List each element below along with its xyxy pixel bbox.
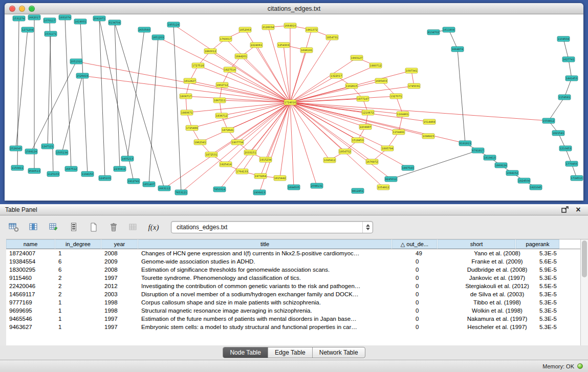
- graph-edge[interactable]: [280, 102, 290, 178]
- graph-node[interactable]: 1687512: [65, 166, 77, 171]
- network-view[interactable]: 1724016185206317600171860012172751818124…: [5, 14, 583, 201]
- graph-node[interactable]: 1531274: [13, 16, 25, 21]
- graph-node[interactable]: 1245103: [99, 176, 111, 181]
- graph-node[interactable]: 1980712: [369, 63, 382, 68]
- graph-node[interactable]: 7653121: [175, 190, 187, 195]
- graph-node[interactable]: 1819413: [484, 155, 496, 160]
- graph-node[interactable]: 1095912: [323, 158, 336, 163]
- graph-edge[interactable]: [268, 27, 290, 102]
- graph-edge[interactable]: [173, 25, 290, 102]
- table-row[interactable]: 1872400712008Changes of HCN gene express…: [6, 249, 580, 257]
- graph-node[interactable]: 1836712: [215, 113, 228, 118]
- graph-node[interactable]: 1851203: [152, 35, 164, 40]
- select-columns-button[interactable]: [27, 221, 40, 234]
- graph-node[interactable]: 1531171: [45, 31, 57, 36]
- graph-edge[interactable]: [99, 18, 105, 178]
- graph-node[interactable]: 1150411: [11, 165, 24, 170]
- graph-node[interactable]: 1611804: [443, 27, 455, 32]
- column-header-name[interactable]: name: [6, 239, 55, 249]
- graph-edge[interactable]: [256, 45, 290, 102]
- graph-node[interactable]: 1441453: [565, 76, 578, 81]
- graph-edge[interactable]: [241, 56, 290, 102]
- graph-node[interactable]: 1125103: [47, 171, 59, 177]
- graph-node[interactable]: 1869124: [495, 163, 507, 168]
- tab-node-table[interactable]: Node Table: [223, 347, 268, 358]
- graph-node[interactable]: 9590513: [28, 168, 40, 173]
- graph-node[interactable]: 1526419: [76, 73, 89, 78]
- graph-node[interactable]: 1247121: [41, 144, 54, 149]
- network-canvas[interactable]: 1724016185206317600171860012172751818124…: [5, 14, 583, 201]
- graph-node[interactable]: 1854731: [326, 35, 338, 40]
- edit-table-button[interactable]: [47, 221, 60, 234]
- graph-node[interactable]: 1724510: [571, 176, 583, 181]
- graph-edge[interactable]: [62, 76, 82, 152]
- graph-node[interactable]: 1927514: [224, 67, 236, 72]
- network-selector[interactable]: citations_edges.txt: [171, 221, 373, 233]
- graph-node[interactable]: 1419001: [74, 19, 86, 24]
- graph-edge[interactable]: [290, 96, 396, 102]
- graph-node[interactable]: 1685403: [375, 78, 387, 83]
- graph-edge[interactable]: [290, 30, 312, 102]
- graph-node[interactable]: 1559812: [542, 118, 555, 123]
- graph-node[interactable]: 9245012: [385, 177, 397, 182]
- graph-node[interactable]: 1094152: [506, 170, 518, 176]
- column-header-year[interactable]: year: [101, 239, 138, 249]
- table-row[interactable]: 946362711997Embryonic stem cells: a mode…: [6, 323, 580, 331]
- graph-node[interactable]: 1327071: [390, 94, 402, 99]
- graph-node[interactable]: 1210453: [559, 146, 572, 151]
- graph-edge[interactable]: [290, 102, 372, 162]
- graph-node[interactable]: 1663112: [158, 186, 170, 191]
- graph-node[interactable]: 1852063: [239, 27, 251, 32]
- graph-node[interactable]: 2041971: [93, 16, 105, 21]
- graph-edge[interactable]: [458, 49, 465, 143]
- graph-edge[interactable]: [50, 20, 53, 174]
- graph-node[interactable]: 1764133: [236, 169, 248, 174]
- graph-node[interactable]: 1912741: [127, 179, 140, 184]
- graph-node[interactable]: 1162615: [345, 83, 358, 89]
- graph-node[interactable]: 1961372: [306, 27, 318, 32]
- graph-node[interactable]: 2033151: [244, 150, 256, 155]
- graph-node[interactable]: 1806717: [180, 94, 192, 99]
- graph-node[interactable]: 1664874: [451, 47, 464, 52]
- table-row[interactable]: 969969511998Structural magnetic resonanc…: [6, 307, 580, 315]
- graph-node[interactable]: 1872531: [205, 152, 217, 157]
- graph-node[interactable]: 1977147: [357, 96, 369, 101]
- graph-node[interactable]: 1676972: [366, 159, 378, 164]
- graph-node[interactable]: 1070117: [43, 18, 56, 23]
- graph-edge[interactable]: [198, 65, 290, 102]
- function-builder-button[interactable]: f(x): [147, 221, 160, 234]
- graph-node[interactable]: 1907734: [231, 140, 244, 145]
- graph-node[interactable]: 1164461: [397, 112, 409, 117]
- graph-node[interactable]: 2230412: [114, 166, 126, 171]
- new-document-button[interactable]: [87, 221, 100, 234]
- zoom-button[interactable]: [29, 6, 35, 12]
- graph-node[interactable]: 1844201: [235, 54, 247, 59]
- graph-node[interactable]: 6791917: [472, 148, 484, 153]
- column-header-pagerank[interactable]: pagerank: [516, 239, 560, 249]
- graph-node[interactable]: 1054912: [377, 185, 389, 190]
- graph-edge[interactable]: [17, 18, 19, 168]
- graph-node[interactable]: 1725489: [186, 125, 198, 130]
- graph-node[interactable]: 2126034: [262, 25, 274, 30]
- close-button[interactable]: [9, 6, 15, 12]
- graph-node[interactable]: 1096915: [422, 134, 434, 139]
- column-header-in_degree[interactable]: in_degree: [55, 239, 101, 249]
- graph-node[interactable]: 1770455: [565, 161, 578, 166]
- close-panel-icon[interactable]: ×: [574, 206, 583, 214]
- graph-node[interactable]: 1812427: [184, 78, 196, 83]
- graph-edge[interactable]: [173, 25, 181, 192]
- graph-node[interactable]: 1895794: [381, 146, 394, 151]
- graph-edge[interactable]: [290, 102, 403, 114]
- table-row[interactable]: 1830029562008Estimation of significance …: [6, 266, 580, 274]
- graph-node[interactable]: 1931074: [59, 15, 71, 20]
- table-row[interactable]: 977716911998Corpus callosum shape and si…: [6, 298, 580, 307]
- graph-node[interactable]: 1589124: [25, 149, 37, 154]
- float-panel-icon[interactable]: [560, 206, 570, 214]
- graph-edge[interactable]: [226, 102, 290, 164]
- graph-node[interactable]: 2098131: [311, 183, 323, 188]
- graph-edge[interactable]: [220, 100, 290, 102]
- graph-edge[interactable]: [127, 30, 144, 159]
- graph-node[interactable]: 1664910: [284, 23, 296, 28]
- graph-node[interactable]: 1694505: [288, 185, 300, 190]
- graph-edge[interactable]: [391, 150, 478, 179]
